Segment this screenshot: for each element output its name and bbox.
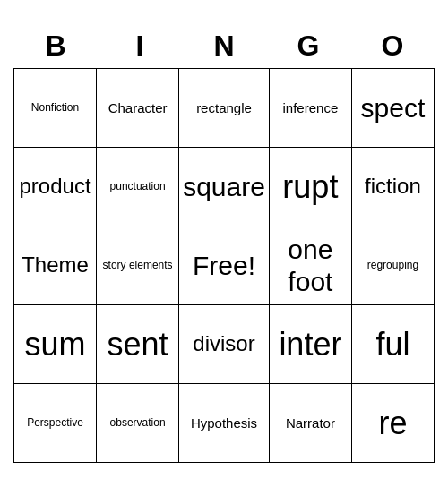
header-letter-b: B (13, 24, 98, 68)
bingo-cell: story elements (97, 226, 179, 305)
bingo-cell: sent (97, 305, 179, 384)
bingo-cell: rupt (270, 148, 352, 226)
bingo-cell: product (14, 148, 97, 226)
bingo-cell: divisor (179, 305, 270, 384)
header-letter-n: N (182, 24, 266, 68)
bingo-cell: ful (352, 305, 435, 384)
bingo-cell: re (352, 384, 435, 463)
bingo-cell: Character (97, 69, 179, 148)
bingo-cell: Perspective (14, 384, 97, 463)
bingo-cell: sum (14, 305, 97, 384)
bingo-cell: observation (97, 384, 179, 463)
bingo-cell: Theme (14, 226, 97, 305)
bingo-cell: spect (352, 69, 435, 148)
bingo-cell: one foot (270, 226, 352, 305)
bingo-cell: inter (270, 305, 352, 384)
bingo-cell: regrouping (352, 226, 435, 305)
bingo-cell: rectangle (179, 69, 270, 148)
bingo-header: BINGO (13, 24, 435, 68)
bingo-cell: punctuation (97, 148, 179, 226)
header-letter-g: G (266, 24, 350, 68)
bingo-cell: Hypothesis (179, 384, 270, 463)
bingo-cell: Nonfiction (14, 69, 97, 148)
bingo-cell: inference (270, 69, 352, 148)
bingo-cell: Free! (179, 226, 270, 305)
header-letter-i: I (98, 24, 182, 68)
header-letter-o: O (350, 24, 435, 68)
bingo-cell: Narrator (270, 384, 352, 463)
bingo-cell: square (179, 148, 270, 226)
bingo-grid: NonfictionCharacterrectangleinferencespe… (13, 68, 435, 463)
bingo-card-container: BINGO NonfictionCharacterrectangleinfere… (13, 24, 435, 463)
bingo-cell: fiction (352, 148, 435, 226)
